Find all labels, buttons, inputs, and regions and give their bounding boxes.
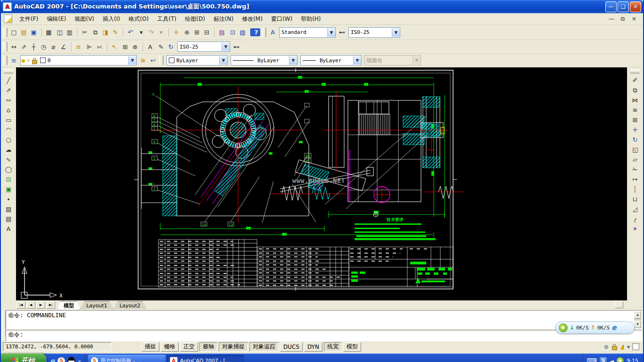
mirror-icon[interactable]: ⋈	[631, 96, 640, 105]
mdi-close-button[interactable]: ✕	[630, 16, 638, 22]
quick-dim-icon[interactable]: ≡	[71, 42, 84, 51]
task-user-control-panel[interactable]: S 用户控制面板 - ...	[88, 355, 165, 362]
revcloud-icon[interactable]: ☁	[4, 145, 13, 154]
tolerance-icon[interactable]: ⊞	[121, 42, 130, 51]
toolbar-grip[interactable]	[4, 69, 13, 74]
polar-toggle[interactable]: 极轴	[199, 342, 217, 352]
chevron-down-icon[interactable]: ▼	[327, 28, 335, 37]
quick-leader-icon[interactable]: ↖	[107, 42, 120, 51]
fillet-icon[interactable]: ╭	[631, 214, 640, 223]
dim-angular-icon[interactable]: ∠	[59, 42, 68, 51]
menu-help[interactable]: 帮助(H)	[297, 14, 325, 25]
dim-diameter-icon[interactable]: ⌀	[49, 42, 58, 51]
spline-icon[interactable]: ∿	[4, 155, 13, 164]
arc-icon[interactable]: ◠	[4, 125, 13, 134]
undo-icon[interactable]: ↶	[123, 28, 136, 37]
tab-first-button[interactable]: |◀	[17, 301, 25, 309]
freeze-sun-icon[interactable]: ☼	[26, 58, 31, 63]
bulb-icon[interactable]: ●	[21, 58, 25, 63]
dim-style-tool-icon[interactable]: ⊷	[338, 28, 347, 37]
360-safety-icon[interactable]: ✚	[559, 323, 568, 332]
toolbar-grip[interactable]	[262, 28, 266, 37]
break-icon[interactable]: ⊔	[631, 195, 640, 204]
sogou-input-tray-icon[interactable]: S	[600, 357, 607, 362]
line-icon[interactable]: ╱	[4, 76, 13, 85]
insert-block-icon[interactable]: ⊡	[4, 175, 13, 184]
point-icon[interactable]: ∙	[4, 195, 13, 204]
menu-file[interactable]: 文件(F)	[15, 14, 42, 25]
stretch-icon[interactable]: ▱	[631, 155, 640, 164]
chevron-down-icon[interactable]: ▼	[219, 56, 227, 65]
dim-radius-icon[interactable]: ◷	[39, 42, 48, 51]
chevron-down-icon[interactable]: ▼	[222, 42, 230, 51]
break-point-icon[interactable]: ┆	[631, 185, 640, 194]
markup-icon[interactable]: ▧	[238, 28, 247, 37]
qq-quicklaunch-icon[interactable]	[68, 357, 75, 362]
pan-icon[interactable]: ✛	[168, 28, 182, 37]
tab-layout1[interactable]: Layout1	[80, 301, 113, 309]
snap-toggle[interactable]: 捕捉	[141, 342, 159, 352]
construction-line-icon[interactable]: ⇗	[4, 86, 13, 95]
360-tray-icon[interactable]: ✚	[617, 357, 624, 362]
matchprop-icon[interactable]: ✎	[111, 28, 120, 37]
properties-icon[interactable]: ▤	[214, 28, 227, 37]
center-mark-icon[interactable]: ⊕	[131, 42, 140, 51]
layer-states-icon[interactable]: ≋	[139, 56, 148, 65]
tab-model[interactable]: 模型	[58, 301, 80, 309]
lineweight-combo[interactable]: ByLayer ▼	[300, 55, 362, 66]
zoom-window-icon[interactable]: ⊞	[192, 28, 201, 37]
dim-style-combo[interactable]: ISO-25 ▼	[177, 41, 230, 52]
model-space-button[interactable]: 模型	[343, 342, 361, 352]
rotate-icon[interactable]: ↻	[631, 135, 640, 144]
standards-warning-icon[interactable]: ▲	[620, 344, 625, 350]
menu-dimension[interactable]: 标注(N)	[209, 14, 238, 25]
ie-icon[interactable]: e	[611, 323, 616, 332]
net-speed-widget[interactable]: ✚ ↓ 0K/S ↑ 0K/S e	[555, 321, 635, 334]
erase-icon[interactable]: ✐	[631, 76, 640, 85]
mdi-restore-button[interactable]: ⧉	[619, 16, 627, 22]
close-button[interactable]: ✕	[630, 1, 641, 12]
publish-icon[interactable]: ▥	[65, 28, 74, 37]
drawing-file-icon[interactable]	[4, 15, 12, 23]
mtext-icon[interactable]: A	[4, 224, 13, 233]
ellipse-icon[interactable]: ◯	[4, 165, 13, 174]
color-combo[interactable]: ByLayer ▼	[166, 55, 228, 66]
menu-edit[interactable]: 编辑(E)	[42, 14, 70, 25]
lock-icon[interactable]	[32, 60, 37, 64]
zoom-previous-icon[interactable]: ⊟	[202, 28, 211, 37]
dim-edit-icon[interactable]: A	[142, 42, 156, 51]
minimize-button[interactable]: —	[605, 1, 617, 12]
make-block-icon[interactable]: ▣	[4, 185, 13, 194]
chamfer-icon[interactable]: ◿	[631, 205, 640, 214]
menu-draw[interactable]: 绘图(D)	[181, 14, 209, 25]
qnew-icon[interactable]: ▢	[9, 28, 18, 37]
toolbar-grip[interactable]	[3, 56, 8, 65]
lineweight-toggle[interactable]: 线宽	[324, 342, 342, 352]
open-icon[interactable]: ▤	[19, 28, 28, 37]
dim-baseline-icon[interactable]: ⊫	[85, 42, 94, 51]
maximize-button[interactable]: ❑	[618, 1, 629, 12]
copy-icon[interactable]: ⧉	[91, 28, 100, 37]
volume-icon[interactable]: ◄	[610, 358, 614, 362]
save-icon[interactable]: ▣	[29, 28, 38, 37]
toolbar-lock-icon[interactable]	[612, 346, 617, 350]
scroll-down-icon[interactable]: ▼	[634, 321, 641, 328]
scroll-up-icon[interactable]: ▲	[634, 311, 641, 319]
plot-icon[interactable]: ▦	[41, 28, 54, 37]
paste-icon[interactable]: ◨	[101, 28, 110, 37]
grid-toggle[interactable]: 栅格	[161, 342, 179, 352]
otrack-toggle[interactable]: 对象追踪	[249, 342, 279, 352]
dim-ordinate-icon[interactable]: ┼	[29, 42, 38, 51]
dim-style-manager-icon[interactable]: ⊷	[232, 42, 241, 51]
zoom-realtime-icon[interactable]: ⊕	[182, 28, 191, 37]
command-input[interactable]: 命令:	[6, 330, 642, 341]
circle-icon[interactable]: ○	[4, 135, 13, 144]
offset-icon[interactable]: ≋	[631, 106, 640, 115]
redo-dropdown-icon[interactable]: ▾	[157, 28, 165, 37]
trim-icon[interactable]: ✁	[631, 165, 640, 174]
tab-last-button[interactable]: ▶|	[46, 301, 55, 309]
linetype-combo[interactable]: ByLayer ▼	[231, 55, 297, 66]
menu-view[interactable]: 视图(V)	[70, 14, 99, 25]
chevron-down-icon[interactable]: ▼	[353, 56, 361, 65]
help-icon[interactable]: ?	[250, 28, 260, 36]
